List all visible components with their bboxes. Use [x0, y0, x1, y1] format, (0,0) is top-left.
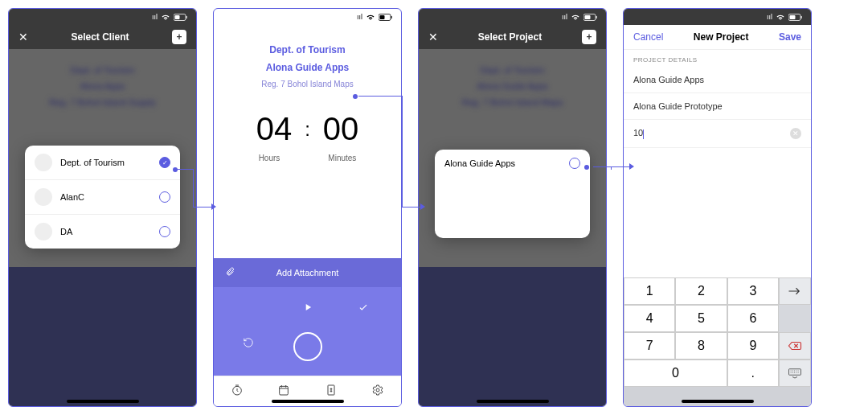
tab-calendar-icon[interactable]: [277, 384, 290, 400]
screen-new-project: ııl Cancel New Project Save PROJECT DETA…: [623, 8, 812, 407]
avatar: [35, 154, 52, 171]
save-button[interactable]: Save: [779, 31, 801, 43]
blurred-text: Dept. of Tourism: [419, 62, 606, 78]
home-indicator: [67, 400, 139, 403]
hours-value[interactable]: 04: [256, 111, 293, 147]
wifi-icon: [366, 14, 375, 21]
tab-timer-icon[interactable]: [231, 384, 244, 400]
svg-rect-7: [280, 386, 289, 395]
client-name: DA: [60, 227, 159, 236]
tab-invoice-icon[interactable]: [325, 384, 338, 400]
svg-rect-1: [175, 15, 180, 19]
client-name: AlanC: [60, 192, 159, 202]
battery-icon: [788, 14, 803, 21]
form-title: New Project: [694, 31, 749, 43]
blurred-text: Dept. of Tourism: [9, 62, 196, 78]
numeric-keypad: 1 2 3 4 5 6 7 8 9 0 .: [624, 277, 811, 387]
svg-point-9: [376, 388, 379, 392]
time-separator: :: [305, 118, 310, 141]
project-label[interactable]: Alona Guide Apps: [214, 59, 401, 76]
numeric-input-row[interactable]: 10 ✕: [624, 120, 811, 148]
battery-icon: [583, 14, 598, 21]
avatar: [35, 188, 52, 206]
svg-rect-4: [380, 15, 385, 19]
radio-unselected[interactable]: [159, 191, 170, 203]
modal-title: Select Client: [71, 31, 129, 43]
key-0[interactable]: 0: [624, 360, 727, 387]
client-label[interactable]: Dept. of Tourism: [214, 41, 401, 59]
key-5[interactable]: 5: [675, 305, 727, 332]
status-bar: ııl: [9, 9, 196, 25]
attachment-bar[interactable]: Add Attachment: [214, 258, 401, 287]
radio-unselected[interactable]: [159, 226, 170, 237]
attachment-label: Add Attachment: [276, 268, 339, 277]
add-button[interactable]: +: [172, 30, 186, 44]
key-3[interactable]: 3: [727, 277, 779, 305]
timer-display: 04 : 00: [214, 111, 401, 147]
screen-timer: ııl Dept. of Tourism Alona Guide Apps Re…: [213, 8, 402, 407]
tab-settings-icon[interactable]: [371, 384, 384, 400]
play-icon[interactable]: [302, 302, 313, 316]
cancel-button[interactable]: Cancel: [633, 31, 663, 43]
signal-icon: ııl: [767, 13, 772, 21]
svg-rect-12: [596, 16, 597, 18]
form-header: Cancel New Project Save: [624, 25, 811, 50]
home-indicator: [477, 400, 549, 403]
blurred-text: Alona Apps: [9, 78, 196, 94]
key-2[interactable]: 2: [675, 277, 727, 305]
screen-select-client: ııl ✕ Select Client + Dept. of Tourism A…: [8, 8, 197, 407]
wifi-icon: [161, 14, 170, 21]
close-icon[interactable]: ✕: [18, 31, 28, 43]
subproject-label[interactable]: Reg. 7 Bohol Island Maps: [214, 76, 401, 92]
key-1[interactable]: 1: [624, 277, 675, 305]
key-dot[interactable]: .: [727, 360, 779, 387]
project-row[interactable]: Alona Guide Apps: [435, 150, 590, 177]
battery-icon: [174, 14, 188, 21]
check-icon[interactable]: [358, 302, 369, 316]
wifi-icon: [776, 14, 785, 21]
modal-header: ✕ Select Client +: [9, 25, 196, 49]
paperclip-icon: [225, 267, 235, 278]
screen-select-project: ııl ✕ Select Project + Dept. of Tourism …: [418, 8, 607, 407]
minutes-value[interactable]: 00: [323, 111, 359, 147]
signal-icon: ııl: [562, 13, 567, 21]
flow-dot: [353, 94, 358, 99]
dimmed-background: Dept. of Tourism Alona Apps Reg. 7 Bohol…: [9, 49, 196, 407]
numeric-input-value: 10: [633, 128, 643, 138]
project-name: Alona Guide Apps: [444, 158, 569, 168]
svg-rect-11: [585, 15, 591, 19]
radio-selected[interactable]: [159, 157, 170, 168]
add-button[interactable]: +: [582, 30, 596, 44]
key-4[interactable]: 4: [624, 305, 675, 332]
radio-unselected[interactable]: [569, 158, 580, 169]
key-9[interactable]: 9: [727, 332, 779, 360]
home-indicator: [272, 400, 344, 403]
blurred-text: Alona Guide Apps: [419, 78, 606, 94]
close-icon[interactable]: ✕: [428, 31, 438, 43]
client-row[interactable]: AlanC: [25, 180, 180, 215]
project-list-popup: Alona Guide Apps: [435, 150, 590, 238]
key-7[interactable]: 7: [624, 332, 675, 360]
history-icon[interactable]: [243, 337, 254, 351]
flow-dot: [173, 167, 178, 172]
svg-rect-15: [801, 16, 802, 18]
key-6[interactable]: 6: [727, 305, 779, 332]
key-dismiss-keyboard[interactable]: [779, 360, 811, 387]
key-next[interactable]: [779, 277, 811, 305]
keyboard-bottom-bar: [624, 387, 811, 406]
client-row[interactable]: DA: [25, 215, 180, 249]
key-backspace[interactable]: [779, 332, 811, 360]
status-bar: ııl: [419, 9, 606, 25]
client-row[interactable]: Dept. of Tourism: [25, 146, 180, 180]
svg-rect-5: [391, 16, 392, 18]
section-header: PROJECT DETAILS: [624, 50, 811, 67]
client-name: Dept. of Tourism: [60, 158, 159, 167]
project-name-row[interactable]: Alona Guide Apps: [624, 67, 811, 93]
client-list-popup: Dept. of Tourism AlanC DA: [25, 146, 180, 249]
key-8[interactable]: 8: [675, 332, 727, 360]
wifi-icon: [571, 14, 580, 21]
record-ring[interactable]: [293, 332, 322, 361]
svg-rect-16: [789, 369, 801, 376]
clear-icon[interactable]: ✕: [790, 128, 801, 139]
prototype-name-row[interactable]: Alona Guide Prototype: [624, 93, 811, 120]
